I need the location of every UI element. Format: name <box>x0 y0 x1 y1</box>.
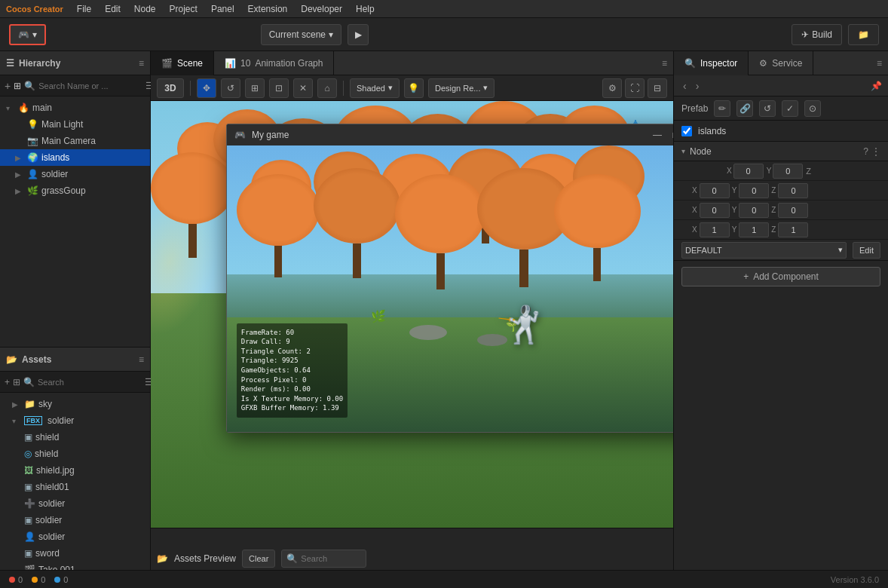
prefab-edit-btn[interactable]: ✏ <box>714 100 730 117</box>
scale-x[interactable]: 1 <box>700 222 730 237</box>
shading-dropdown[interactable]: Shaded ▾ <box>350 78 400 98</box>
inspector-forward-btn[interactable]: › <box>693 78 703 93</box>
pos-full-z[interactable]: 0 <box>778 183 808 198</box>
popup-minimize-btn[interactable]: — <box>651 128 664 142</box>
prefab-link-btn[interactable]: 🔗 <box>736 100 753 117</box>
node-help-btn[interactable]: ? <box>863 146 868 157</box>
pos-full-x[interactable]: 0 <box>700 183 730 198</box>
menu-developer[interactable]: Developer <box>295 2 348 16</box>
rot-z[interactable]: 0 <box>778 203 808 218</box>
preview-search-icon: 🔍 <box>286 553 298 564</box>
asset-item-shield-jpg[interactable]: 🖼 shield.jpg <box>0 462 150 479</box>
asset-item-soldier-mesh[interactable]: ➕ soldier <box>0 495 150 512</box>
rot-y[interactable]: 0 <box>739 203 769 218</box>
gamepad-button[interactable]: 🎮 ▾ <box>9 24 46 45</box>
inspector-tabs: 🔍 Inspector ⚙ Service ≡ <box>674 51 888 75</box>
tree-item-islands[interactable]: ▶ 🌍 islands <box>0 149 150 166</box>
menu-panel[interactable]: Panel <box>205 2 240 16</box>
menu-node[interactable]: Node <box>128 2 162 16</box>
assets-expand-btn[interactable]: ⊞ <box>13 377 20 387</box>
menu-edit[interactable]: Edit <box>99 2 127 16</box>
light-toggle[interactable]: 💡 <box>404 78 424 98</box>
prefab-refresh-btn[interactable]: ↺ <box>759 100 776 117</box>
tree-item-main-camera[interactable]: 📷 Main Camera <box>0 133 150 149</box>
rotate-tool[interactable]: ↺ <box>221 78 240 98</box>
hierarchy-title: Hierarchy <box>19 58 60 69</box>
layer-select[interactable]: DEFAULT ▾ <box>681 242 847 259</box>
pos-full-y[interactable]: 0 <box>739 183 769 198</box>
scene-tab-menu[interactable]: ≡ <box>656 58 673 69</box>
gear-tool[interactable]: ⚙ <box>602 78 622 98</box>
build-button[interactable]: ✈ Build <box>792 24 842 45</box>
tree-item-grassgoup[interactable]: ▶ 🌿 grassGoup <box>0 182 150 199</box>
menu-help[interactable]: Help <box>350 2 381 16</box>
prefab-locate-btn[interactable]: ⊙ <box>804 100 821 117</box>
preview-search-input[interactable] <box>301 554 361 563</box>
tree-item-main-light[interactable]: 💡 Main Light <box>0 116 150 133</box>
asset-item-shield-mat[interactable]: ◎ shield <box>0 446 150 462</box>
menu-file[interactable]: File <box>71 2 97 16</box>
layer-edit-button[interactable]: Edit <box>853 242 880 259</box>
fullscreen-tool[interactable]: ⛶ <box>625 78 645 98</box>
asset-item-soldier-mat[interactable]: ▣ soldier <box>0 512 150 528</box>
tab-inspector[interactable]: 🔍 Inspector <box>674 51 749 75</box>
menu-bar: Cocos Creator File Edit Node Project Pan… <box>0 0 888 18</box>
tree-item-soldier[interactable]: ▶ 👤 soldier <box>0 166 150 182</box>
asset-item-soldier-script[interactable]: 👤 soldier <box>0 528 150 545</box>
hierarchy-menu-dots[interactable]: ≡ <box>139 58 144 69</box>
asset-item-soldier-fbx[interactable]: ▾ FBX soldier <box>0 412 150 429</box>
inspector-pin-btn[interactable]: 📌 <box>871 81 882 91</box>
menu-extension[interactable]: Extension <box>242 2 294 16</box>
preview-clear-button[interactable]: Clear <box>242 550 275 568</box>
transform-tool[interactable]: ✕ <box>293 78 313 98</box>
hierarchy-expand-icon[interactable]: ⊞ <box>14 81 21 91</box>
shield-mesh-icon: ▣ <box>24 432 32 443</box>
hierarchy-search-input[interactable] <box>38 81 142 90</box>
pos-x-input[interactable]: 0 <box>733 164 764 179</box>
current-scene-button[interactable]: Current scene ▾ <box>261 24 341 45</box>
scale-y[interactable]: 1 <box>739 222 769 237</box>
popup-title: My game <box>252 130 645 140</box>
prefab-check-btn[interactable]: ✓ <box>782 100 798 117</box>
node-active-checkbox[interactable] <box>681 126 692 136</box>
inspector-menu-dots[interactable]: ≡ <box>871 58 888 69</box>
scale-tool[interactable]: ⊞ <box>245 78 265 98</box>
assets-search-input[interactable] <box>38 378 142 387</box>
assets-add-btn[interactable]: + <box>5 377 10 387</box>
assets-search-icon: 🔍 <box>23 377 35 387</box>
asset-item-shield01[interactable]: ▣ shield01 <box>0 479 150 495</box>
node-section-header[interactable]: ▾ Node ? ⋮ <box>674 142 888 161</box>
tree-item-main[interactable]: ▾ 🔥 main <box>0 100 150 116</box>
anim-graph-icon: 📊 <box>225 58 236 69</box>
assets-tree: ▶ 📁 sky ▾ FBX soldier ▣ shield ◎ shie <box>0 393 150 588</box>
popup-maximize-btn[interactable]: □ <box>669 128 673 142</box>
tab-scene[interactable]: 🎬 Scene <box>151 51 214 75</box>
game-scene-bg: ▼ 🎮 My game <box>151 101 673 528</box>
pos-y-input[interactable]: 0 <box>773 164 803 179</box>
menu-project[interactable]: Project <box>164 2 204 16</box>
main-layout: ☰ Hierarchy ≡ + ⊞ 🔍 ☰ ▾ 🔥 main <box>0 51 888 588</box>
asset-item-shield-mesh[interactable]: ▣ shield <box>0 429 150 446</box>
asset-item-sky[interactable]: ▶ 📁 sky <box>0 396 150 412</box>
hierarchy-add-button[interactable]: + <box>5 80 11 92</box>
snap-tool[interactable]: ⌂ <box>317 78 337 98</box>
scale-z[interactable]: 1 <box>778 222 808 237</box>
add-component-button[interactable]: + Add Component <box>681 267 880 286</box>
play-button[interactable]: ▶ <box>348 24 369 45</box>
inspector-back-btn[interactable]: ‹ <box>680 78 690 93</box>
rect-tool[interactable]: ⊡ <box>269 78 289 98</box>
design-dropdown[interactable]: Design Re... ▾ <box>428 78 495 98</box>
toolbar-right: ✈ Build 📁 <box>792 24 879 45</box>
rot-x[interactable]: 0 <box>700 203 730 218</box>
folder-button[interactable]: 📁 <box>848 24 879 45</box>
tab-animation-graph[interactable]: 📊 10 Animation Graph <box>214 51 334 75</box>
3d-mode-button[interactable]: 3D <box>157 78 184 98</box>
assets-menu-dots[interactable]: ≡ <box>139 354 144 365</box>
tab-service[interactable]: ⚙ Service <box>749 51 813 75</box>
layout-tool[interactable]: ⊟ <box>648 78 667 98</box>
asset-item-sword[interactable]: ▣ sword <box>0 545 150 562</box>
scene-viewport[interactable]: ▼ 🎮 My game <box>151 101 673 528</box>
node-more-btn[interactable]: ⋮ <box>871 146 880 157</box>
info-dot <box>54 577 60 583</box>
move-tool[interactable]: ✥ <box>197 78 216 98</box>
